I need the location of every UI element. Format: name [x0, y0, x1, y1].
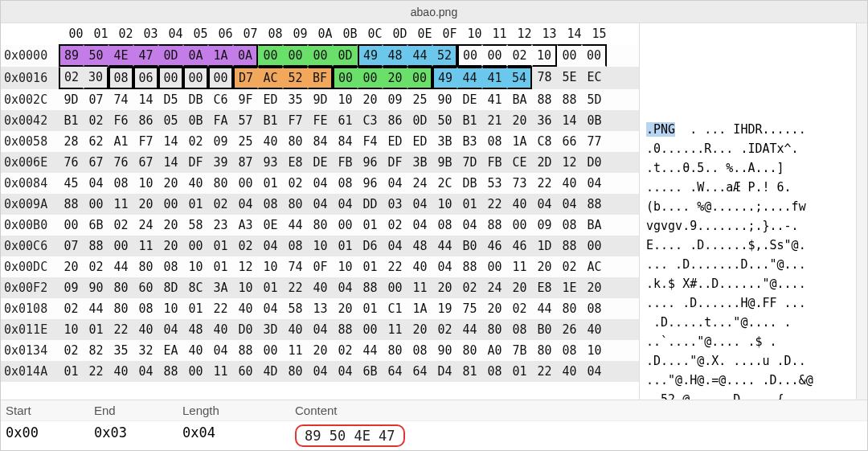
- byte-cell[interactable]: 88: [84, 236, 108, 256]
- byte-cell[interactable]: 01: [358, 215, 383, 236]
- ascii-row[interactable]: ..."@.H@.=@.... .D...&@: [646, 371, 856, 390]
- byte-cell[interactable]: 39: [208, 152, 233, 173]
- byte-cell[interactable]: 10: [333, 256, 358, 277]
- byte-cell[interactable]: 26: [557, 319, 582, 340]
- byte-cell[interactable]: 02: [183, 131, 208, 152]
- byte-cell[interactable]: 00: [183, 236, 208, 256]
- byte-cell[interactable]: DD: [358, 194, 383, 215]
- hex-row[interactable]: 0x00C6078800112000010204081001D6044844B0…: [1, 236, 639, 256]
- byte-cell[interactable]: 04: [233, 194, 258, 215]
- byte-cell[interactable]: 22: [208, 298, 233, 319]
- byte-cell[interactable]: 44: [532, 298, 557, 319]
- hex-row[interactable]: 0x00B0006B0224205823A30E4480000102040804…: [1, 215, 639, 236]
- byte-cell[interactable]: 04: [407, 194, 432, 215]
- byte-cell[interactable]: 60: [233, 361, 258, 382]
- byte-cell[interactable]: 08: [108, 67, 133, 89]
- byte-cell[interactable]: 40: [233, 298, 258, 319]
- byte-cell[interactable]: 32: [133, 340, 158, 361]
- byte-cell[interactable]: 80: [133, 256, 158, 277]
- byte-cell[interactable]: CE: [507, 152, 532, 173]
- ascii-row[interactable]: .D...."@.X. ....u .D..: [646, 351, 856, 371]
- byte-cell[interactable]: 08: [482, 131, 507, 152]
- byte-cell[interactable]: 24: [407, 173, 432, 194]
- byte-cell[interactable]: 81: [457, 361, 482, 382]
- byte-cell[interactable]: 04: [383, 173, 407, 194]
- byte-cell[interactable]: 20: [59, 256, 84, 277]
- byte-cell[interactable]: 49: [432, 67, 457, 89]
- byte-cell[interactable]: 5E: [557, 67, 582, 89]
- byte-cell[interactable]: 0D: [158, 44, 183, 67]
- byte-cell[interactable]: 40: [308, 277, 333, 298]
- byte-cell[interactable]: 4D: [258, 361, 283, 382]
- hex-row[interactable]: 0x00582862A1F71402092540808484F4EDED3BB3…: [1, 131, 639, 152]
- byte-cell[interactable]: 04: [532, 194, 557, 215]
- byte-cell[interactable]: AC: [582, 256, 607, 277]
- byte-cell[interactable]: 21: [482, 110, 507, 131]
- byte-cell[interactable]: 04: [208, 340, 233, 361]
- byte-cell[interactable]: E8: [283, 152, 308, 173]
- byte-cell[interactable]: 40: [407, 256, 432, 277]
- byte-cell[interactable]: 23: [208, 215, 233, 236]
- byte-cell[interactable]: 02: [59, 67, 84, 89]
- byte-cell[interactable]: BA: [582, 215, 607, 236]
- byte-cell[interactable]: 11: [108, 194, 133, 215]
- byte-cell[interactable]: 40: [133, 319, 158, 340]
- byte-cell[interactable]: 11: [507, 256, 532, 277]
- byte-cell[interactable]: DF: [183, 152, 208, 173]
- byte-cell[interactable]: 08: [407, 340, 432, 361]
- byte-cell[interactable]: 62: [84, 131, 108, 152]
- byte-cell[interactable]: 01: [457, 194, 482, 215]
- byte-cell[interactable]: 2D: [532, 152, 557, 173]
- byte-cell[interactable]: 48: [407, 236, 432, 256]
- byte-cell[interactable]: 10: [258, 256, 283, 277]
- byte-cell[interactable]: 46: [507, 236, 532, 256]
- byte-cell[interactable]: 03: [383, 194, 407, 215]
- byte-cell[interactable]: 10: [59, 319, 84, 340]
- byte-cell[interactable]: 80: [208, 173, 233, 194]
- byte-cell[interactable]: 20: [133, 194, 158, 215]
- byte-cell[interactable]: 11: [208, 361, 233, 382]
- byte-cell[interactable]: 74: [283, 256, 308, 277]
- byte-cell[interactable]: 0A: [183, 44, 208, 67]
- byte-cell[interactable]: 0D: [407, 110, 432, 131]
- ascii-area[interactable]: .PNG . ... IHDR.......0......R... .IDATx…: [639, 23, 856, 400]
- ascii-row[interactable]: .PNG . ... IHDR......: [646, 120, 856, 139]
- hex-row[interactable]: 0x00DC200244800810011210740F100122400488…: [1, 256, 639, 277]
- byte-cell[interactable]: 88: [158, 361, 183, 382]
- byte-cell[interactable]: F7: [133, 131, 158, 152]
- ascii-row[interactable]: .D.....t..."@.... .: [646, 313, 856, 332]
- byte-cell[interactable]: 80: [283, 361, 308, 382]
- byte-cell[interactable]: 3B: [432, 131, 457, 152]
- byte-cell[interactable]: 20: [407, 319, 432, 340]
- byte-cell[interactable]: 3D: [258, 319, 283, 340]
- ascii-row[interactable]: .t...θ.5.. %..A...]: [646, 158, 856, 178]
- byte-cell[interactable]: 24: [482, 277, 507, 298]
- hex-row[interactable]: 0x001602300806000000D7AC52BF000020004944…: [1, 67, 639, 89]
- byte-cell[interactable]: 14: [158, 131, 183, 152]
- byte-cell[interactable]: 02: [59, 340, 84, 361]
- byte-cell[interactable]: 40: [258, 131, 283, 152]
- byte-cell[interactable]: ED: [383, 131, 407, 152]
- byte-cell[interactable]: AC: [258, 67, 283, 89]
- byte-cell[interactable]: 04: [333, 277, 358, 298]
- byte-cell[interactable]: 9D: [308, 89, 333, 110]
- byte-cell[interactable]: 44: [457, 319, 482, 340]
- byte-cell[interactable]: 80: [108, 298, 133, 319]
- byte-cell[interactable]: 02: [432, 319, 457, 340]
- byte-cell[interactable]: 20: [507, 277, 532, 298]
- byte-cell[interactable]: C1: [383, 298, 407, 319]
- byte-cell[interactable]: 00: [582, 236, 607, 256]
- byte-cell[interactable]: 88: [532, 89, 557, 110]
- byte-cell[interactable]: 20: [582, 277, 607, 298]
- byte-cell[interactable]: 20: [158, 173, 183, 194]
- byte-cell[interactable]: 3B: [407, 152, 432, 173]
- byte-cell[interactable]: 25: [407, 89, 432, 110]
- byte-cell[interactable]: 3A: [208, 277, 233, 298]
- byte-cell[interactable]: 00: [407, 67, 432, 89]
- byte-cell[interactable]: 00: [308, 44, 333, 67]
- byte-cell[interactable]: 00: [233, 173, 258, 194]
- byte-cell[interactable]: 01: [208, 256, 233, 277]
- byte-cell[interactable]: 01: [59, 361, 84, 382]
- byte-cell[interactable]: 96: [358, 173, 383, 194]
- byte-cell[interactable]: 0E: [258, 215, 283, 236]
